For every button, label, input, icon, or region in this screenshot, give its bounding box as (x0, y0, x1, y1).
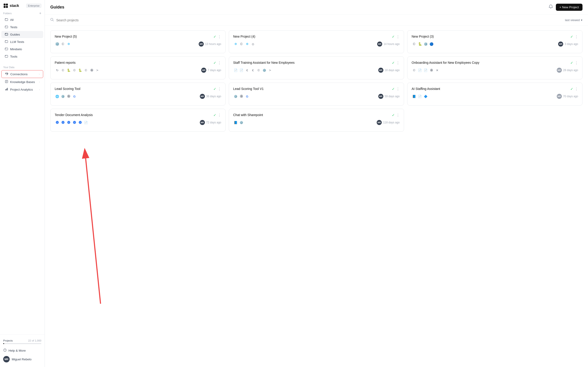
folder-icon (5, 47, 8, 51)
project-icon: 📄 (239, 68, 244, 73)
project-icon: 🅐 (55, 120, 60, 125)
project-card-lead-scoring[interactable]: Lead Scoring Tool ✓ ⋮ 🌐 ⚙️ Ⓐ G MR 36 day… (50, 83, 225, 106)
project-card-footer: ↻ © 🐍 © 🐍 © Ⓐ ≻ MR 7 days ago (55, 68, 221, 73)
project-card-actions: ✓ ⋮ (213, 61, 221, 65)
project-card-ai-staffing[interactable]: AI Staffing Assistant ✓ ⋮ 📘 📄 🔷 MR 70 da… (407, 83, 582, 106)
project-title: New Project (4) (233, 35, 392, 38)
project-title: Lead Scoring Tool (55, 87, 213, 91)
project-card-new-project-3[interactable]: New Project (3) ✓ ⋮ © 🐍 ⚙️ 🔵 MR 3 days a… (407, 30, 582, 53)
folders-section-header: Folders + (0, 8, 44, 16)
sort-chevron-icon: ▾ (581, 18, 582, 22)
project-icon: Ⓐ (66, 94, 71, 99)
new-project-button[interactable]: + New Project (556, 4, 582, 11)
project-icon: Ⓐ (239, 94, 244, 99)
project-meta: MR 7 days ago (201, 68, 221, 73)
project-icon: G (72, 94, 77, 99)
project-icon: © (61, 68, 65, 73)
more-options-icon[interactable]: ⋮ (396, 35, 400, 39)
sort-button[interactable]: last viewed ▾ (565, 18, 582, 22)
more-options-icon[interactable]: ⋮ (575, 61, 578, 65)
project-card-new-project-5[interactable]: New Project (5) ✓ ⋮ ⚙️ © ❄ MR 13 hours a… (50, 30, 225, 53)
more-options-icon[interactable]: ⋮ (575, 35, 578, 39)
project-avatar: MR (377, 120, 382, 125)
enterprise-badge: Enterprise (26, 4, 41, 8)
project-icon: ⚙️ (262, 68, 267, 73)
project-card-lead-scoring-v1[interactable]: Lead Scoring Tool V1 ✓ ⋮ ⚙️ Ⓐ G MR 59 da… (229, 83, 404, 106)
add-folder-button[interactable]: + (39, 11, 41, 15)
more-options-icon[interactable]: ⋮ (396, 61, 400, 65)
sidebar-item-llm-tests[interactable]: LLM Tests (1, 38, 43, 45)
folders-label: Folders (3, 12, 12, 15)
project-icon: € (250, 68, 255, 73)
project-meta: MR 118 days ago (377, 120, 400, 125)
sidebar-item-project-analytics[interactable]: Project Analytics › (1, 86, 43, 93)
project-meta: MR 36 days ago (200, 94, 221, 99)
project-card-new-project-4[interactable]: New Project (4) ✓ ⋮ ❄ © ❄ ⊙ MR 14 hours … (229, 30, 404, 53)
project-icon: © (412, 68, 417, 73)
project-time: 59 days ago (385, 95, 400, 98)
project-icon: Ⓐ (429, 68, 434, 73)
project-icons: © 🐍 ⚙️ 🔵 (412, 42, 434, 47)
user-profile-item[interactable]: MR Miguel Rebelo (0, 354, 44, 364)
project-card-header: AI Staffing Assistant ✓ ⋮ (412, 87, 578, 91)
project-icon: © (72, 68, 77, 73)
project-icon: 🅐 (66, 120, 71, 125)
project-card-footer: ❄ © ❄ ⊙ MR 14 hours ago (233, 42, 400, 47)
more-options-icon[interactable]: ⋮ (218, 61, 221, 65)
project-icon: 🅐 (78, 120, 83, 125)
sidebar-item-help[interactable]: ? Help & More (0, 347, 44, 354)
more-options-icon[interactable]: ⋮ (218, 87, 221, 91)
more-options-icon[interactable]: ⋮ (218, 35, 221, 39)
more-options-icon[interactable]: ⋮ (396, 113, 400, 117)
project-icon: ⚙️ (233, 94, 238, 99)
project-card-staff-training[interactable]: Staff Training Assistant for New Employe… (229, 56, 404, 79)
project-icon: 🔵 (429, 42, 434, 47)
project-icons: ⚙️ Ⓐ G (233, 94, 250, 99)
project-card-header: Chat with Sharepoint ✓ ⋮ (233, 113, 400, 117)
project-avatar: MR (558, 42, 563, 47)
more-options-icon[interactable]: ⋮ (218, 113, 221, 117)
status-check-icon: ✓ (213, 35, 216, 39)
sidebar-item-mirebelo[interactable]: Mirebelo (1, 46, 43, 53)
project-title: AI Staffing Assistant (412, 87, 570, 91)
sidebar-item-all[interactable]: All (1, 16, 43, 23)
project-icon: 🅐 (61, 120, 65, 125)
project-card-chat-sharepoint[interactable]: Chat with Sharepoint ✓ ⋮ 📘 ⚙️ MR 118 day… (229, 109, 404, 132)
project-time: 36 days ago (206, 95, 221, 98)
notification-button[interactable] (548, 4, 553, 10)
logo[interactable]: stack (3, 3, 19, 8)
folder-icon (5, 25, 8, 29)
sidebar-item-tools[interactable]: Tools (1, 53, 43, 60)
project-card-patient-reports[interactable]: Patient reports ✓ ⋮ ↻ © 🐍 © 🐍 © Ⓐ ≻ (50, 56, 225, 79)
project-icon: 📄 (417, 68, 422, 73)
project-icon: 🅐 (72, 120, 77, 125)
svg-text:?: ? (4, 349, 6, 351)
project-time: 18 days ago (385, 69, 400, 72)
search-input[interactable] (56, 18, 563, 22)
svg-point-10 (5, 73, 6, 74)
project-card-header: New Project (5) ✓ ⋮ (55, 35, 221, 39)
project-icon: ❄ (233, 42, 238, 47)
more-options-icon[interactable]: ⋮ (396, 87, 400, 91)
sidebar-item-guides[interactable]: Guides (1, 31, 43, 38)
sidebar-item-connections[interactable]: Connections › (1, 70, 43, 78)
project-icon: 📄 (233, 68, 238, 73)
sidebar-item-tests[interactable]: Tests (1, 24, 43, 31)
status-check-icon: ✓ (213, 113, 216, 117)
project-card-header: Patient reports ✓ ⋮ (55, 61, 221, 65)
project-meta: MR 3 days ago (558, 42, 578, 47)
header-right: + New Project (548, 4, 582, 11)
project-card-onboarding-copy[interactable]: Onboarding Assistant for New Employees C… (407, 56, 582, 79)
project-icon: ⚙️ (55, 42, 60, 47)
project-icon: G (245, 94, 250, 99)
folder-icon (5, 55, 8, 58)
project-card-tender-doc[interactable]: Tender Document Analysis ✓ ⋮ 🅐 🅐 🅐 🅐 🅐 📄… (50, 109, 225, 132)
project-card-footer: 📘 ⚙️ MR 118 days ago (233, 120, 400, 125)
more-options-icon[interactable]: ⋮ (575, 87, 578, 91)
sidebar-item-knowledge-bases[interactable]: Knowledge Bases › (1, 78, 43, 85)
logo-icon (3, 3, 8, 8)
status-check-icon: ✓ (570, 87, 573, 91)
project-avatar: MR (200, 120, 205, 125)
project-icons: © 📄 📄 Ⓐ ✕ (412, 68, 440, 73)
project-icon: © (256, 68, 261, 73)
